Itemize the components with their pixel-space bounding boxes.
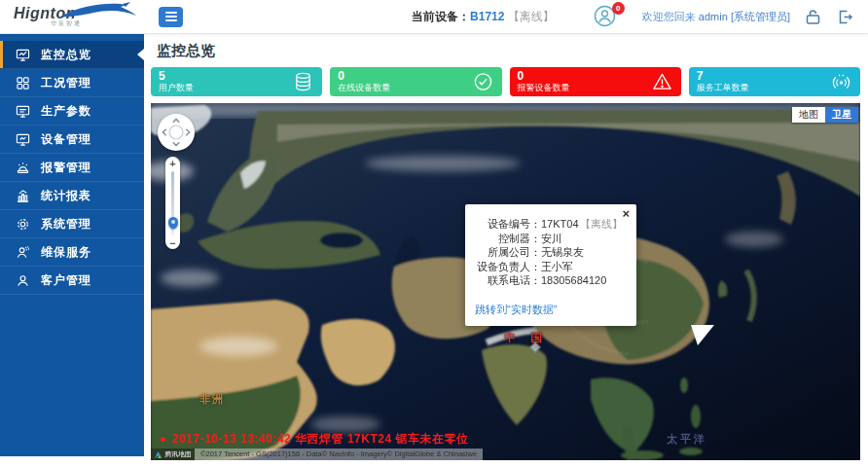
- zoom-out-button[interactable]: −: [165, 237, 180, 249]
- broadcast-icon: [831, 72, 851, 92]
- siren-icon: [16, 161, 30, 175]
- stat-label: 在线设备数量: [338, 83, 493, 92]
- app-window: Hignton 华辰智通 当前设备：B1712 【离线】 0 欢迎您回来 adm…: [0, 0, 868, 467]
- popup-row-controller: 控制器： 安川: [473, 232, 627, 246]
- hamburger-icon: [165, 12, 177, 14]
- sidebar-item-maintenance[interactable]: 维保服务: [0, 238, 144, 267]
- stat-value: 0: [338, 70, 493, 83]
- map-type-satellite-button[interactable]: 卫星: [825, 107, 858, 123]
- map-type-map-button[interactable]: 地图: [792, 107, 825, 123]
- popup-row-device-id: 设备编号： 17KT04 【离线】: [473, 217, 627, 232]
- current-device-value: B1712: [470, 10, 504, 23]
- current-device: 当前设备：B1712 【离线】: [412, 9, 555, 25]
- sidebar-item-monitor-overview[interactable]: 监控总览: [0, 41, 144, 69]
- hamburger-icon-bar2: [165, 19, 177, 21]
- sidebar-item-label: 统计报表: [41, 188, 91, 204]
- sidebar-item-alarm-mgmt[interactable]: 报警管理: [0, 154, 144, 182]
- sidebar-item-label: 生产参数: [41, 103, 91, 120]
- grid-icon: [16, 76, 30, 90]
- popup-row-value: 17KT04: [541, 217, 579, 232]
- alarm-ticker-text: 2017-10-13 13:40:42 华西焊管 17KT24 锯车未在零位: [172, 431, 468, 448]
- sidebar-item-work-condition[interactable]: 工况管理: [0, 69, 144, 97]
- monitor-icon: [16, 132, 30, 147]
- logout-icon: [836, 8, 854, 26]
- logo-tagline: 华辰智通: [51, 20, 144, 27]
- sidebar-item-system-mgmt[interactable]: 系统管理: [0, 210, 144, 238]
- stat-cards-row: 5 用户数量 0 在线设备数量 0 报警设备数量: [151, 67, 860, 96]
- map-type-toggle: 地图 卫星: [792, 107, 858, 123]
- alarm-dot-icon: [161, 437, 165, 442]
- sidebar-item-production-params[interactable]: 生产参数: [0, 97, 144, 126]
- zoom-in-button[interactable]: +: [165, 158, 180, 169]
- stat-card-users[interactable]: 5 用户数量: [151, 67, 322, 96]
- logo: Hignton 华辰智通: [0, 0, 144, 34]
- stat-label: 报警设备数量: [518, 83, 673, 92]
- popup-device-status: 【离线】: [580, 217, 627, 232]
- stat-label: 用户数量: [159, 83, 314, 92]
- popup-row-owner: 设备负责人： 王小军: [473, 260, 627, 274]
- sidebar-item-label: 工况管理: [41, 75, 91, 91]
- stat-label: 服务工单数量: [697, 83, 852, 92]
- realtime-data-link[interactable]: 跳转到“实时数据”: [475, 303, 557, 317]
- popup-row-label: 联系电话：: [473, 273, 541, 288]
- map-zoom-slider[interactable]: + −: [165, 157, 180, 249]
- check-circle-icon: [473, 72, 493, 92]
- sidebar-item-label: 监控总览: [41, 47, 91, 63]
- sidebar-collapse-button[interactable]: [159, 7, 183, 27]
- satellite-map[interactable]: 中 国 非洲 太平洋 +: [151, 103, 860, 460]
- tencent-map-logo: 腾讯地图: [151, 449, 195, 460]
- bar-chart-icon: [16, 189, 30, 203]
- stat-value: 0: [518, 70, 673, 83]
- popup-row-label: 控制器：: [473, 232, 541, 246]
- popup-row-company: 所属公司： 无锡泉友: [473, 245, 627, 260]
- stat-card-service-orders[interactable]: 7 服务工单数量: [689, 67, 860, 96]
- popup-row-label: 所属公司：: [473, 245, 541, 260]
- zoom-knob[interactable]: [168, 217, 178, 229]
- stat-card-alarm-devices[interactable]: 0 报警设备数量: [510, 67, 681, 96]
- logo-swoosh-icon: [54, 2, 138, 19]
- monitor-chart-icon: [16, 48, 30, 62]
- sidebar-item-statistics[interactable]: 统计报表: [0, 182, 144, 210]
- popup-row-label: 设备编号：: [473, 217, 541, 232]
- stat-card-online-devices[interactable]: 0 在线设备数量: [330, 67, 501, 96]
- user-icon: [16, 273, 30, 288]
- user-gear-icon: [16, 245, 30, 260]
- popup-row-phone: 联系电话： 18305684120: [473, 273, 627, 288]
- hamburger-icon-bar: [165, 16, 177, 18]
- sidebar-item-label: 客户管理: [41, 272, 91, 289]
- sidebar-item-label: 系统管理: [41, 216, 91, 233]
- welcome-username: admin [系统管理员]: [699, 11, 790, 22]
- sidebar-item-label: 维保服务: [41, 244, 91, 261]
- sidebar-item-label: 报警管理: [41, 160, 91, 176]
- monitor-params-icon: [16, 104, 30, 119]
- sidebar: 监控总览 工况管理 生产参数 设备管理 报警管理: [0, 34, 144, 456]
- popup-row-value: 王小军: [541, 260, 573, 274]
- user-menu-button[interactable]: 0: [594, 5, 619, 28]
- pan-arrows-icon: [158, 114, 195, 151]
- tencent-logo-text: 腾讯地图: [164, 449, 192, 459]
- map-attribution: 腾讯地图 ©2017 Tencent - GS(2017)156 - Data©…: [151, 449, 483, 460]
- notification-badge[interactable]: 0: [612, 2, 625, 15]
- current-device-status: 【离线】: [508, 10, 555, 23]
- sidebar-item-device-mgmt[interactable]: 设备管理: [0, 126, 144, 154]
- popup-row-value: 18305684120: [541, 273, 606, 288]
- topbar: Hignton 华辰智通 当前设备：B1712 【离线】 0 欢迎您回来 adm…: [0, 0, 868, 34]
- database-icon: [293, 72, 313, 92]
- stat-value: 5: [159, 70, 314, 83]
- map-pan-control[interactable]: [158, 114, 195, 151]
- popup-close-icon[interactable]: ×: [622, 207, 630, 220]
- lock-screen-button[interactable]: [804, 8, 822, 26]
- welcome-message: 欢迎您回来 admin [系统管理员]: [642, 10, 790, 24]
- sidebar-item-customer-mgmt[interactable]: 客户管理: [0, 267, 144, 295]
- gear-icon: [16, 217, 30, 232]
- sidebar-item-label: 设备管理: [41, 131, 91, 148]
- popup-row-label: 设备负责人：: [473, 260, 541, 274]
- alert-triangle-icon: [652, 72, 672, 92]
- attribution-text: ©2017 Tencent - GS(2017)156 - Data© NavI…: [195, 449, 483, 460]
- main-content: 监控总览 5 用户数量 0 在线设备数量 0: [151, 34, 860, 467]
- tencent-logo-icon: [154, 450, 163, 459]
- popup-row-value: 安川: [541, 232, 562, 246]
- alarm-ticker: 2017-10-13 13:40:42 华西焊管 17KT24 锯车未在零位: [161, 431, 468, 448]
- welcome-prefix: 欢迎您回来: [642, 11, 699, 22]
- logout-button[interactable]: [836, 8, 854, 26]
